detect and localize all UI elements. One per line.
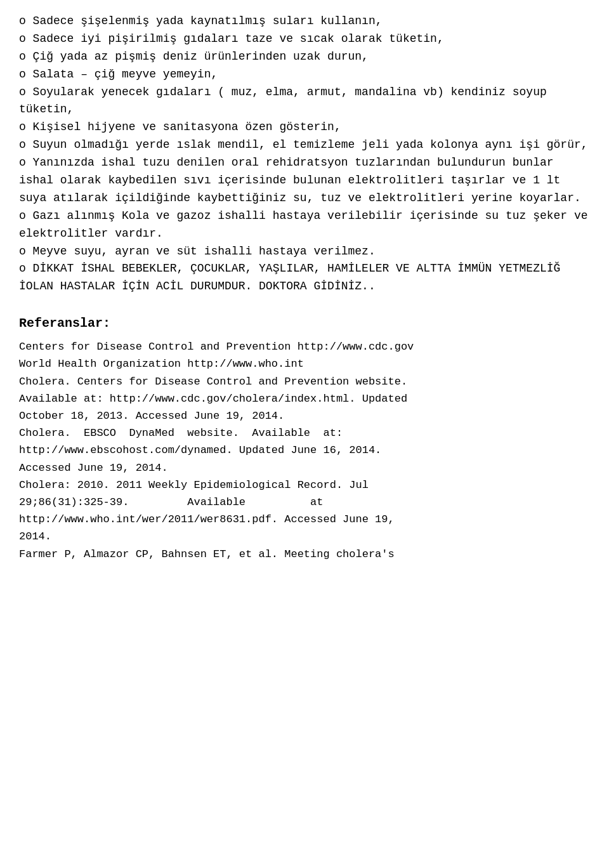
main-content: o Sadece şişelenmiş yada kaynatılmış sul… (19, 13, 590, 563)
references-text: Centers for Disease Control and Preventi… (19, 338, 590, 562)
referanslar-section: Referanslar: Centers for Disease Control… (19, 313, 590, 562)
body-text: o Sadece şişelenmiş yada kaynatılmış sul… (19, 13, 590, 296)
referanslar-title: Referanslar: (19, 313, 590, 333)
